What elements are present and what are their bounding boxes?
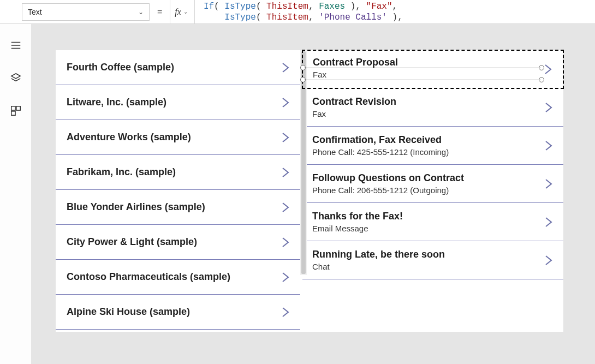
app-canvas: Fourth Coffee (sample)Litware, Inc. (sam… <box>56 50 563 332</box>
chevron-right-icon[interactable] <box>544 216 554 229</box>
chevron-right-icon[interactable] <box>281 96 290 109</box>
components-icon[interactable] <box>10 105 22 117</box>
chevron-right-icon[interactable] <box>544 139 554 152</box>
list-item[interactable]: Confirmation, Fax ReceivedPhone Call: 42… <box>302 127 563 165</box>
svg-marker-3 <box>11 74 20 79</box>
item-title: Followup Questions on Contract <box>312 171 544 184</box>
list-item-title: Fourth Coffee (sample) <box>67 62 174 73</box>
list-item[interactable]: City Power & Light (sample) <box>56 225 300 260</box>
canvas-area[interactable]: Fourth Coffee (sample)Litware, Inc. (sam… <box>32 24 595 364</box>
list-item-title: Contoso Pharmaceuticals (sample) <box>67 271 230 283</box>
list-item-title: Fabrikam, Inc. (sample) <box>67 166 176 178</box>
chevron-right-icon[interactable] <box>544 177 554 190</box>
list-item[interactable]: Contoso Pharmaceuticals (sample) <box>56 260 300 295</box>
list-item[interactable]: Running Late, be there soonChat <box>302 241 563 279</box>
item-subtitle: Phone Call: 425-555-1212 (Incoming) <box>312 146 544 158</box>
left-rail <box>0 24 32 364</box>
list-item-title: Alpine Ski House (sample) <box>67 306 190 318</box>
chevron-right-icon[interactable] <box>281 166 290 179</box>
list-item[interactable]: Followup Questions on ContractPhone Call… <box>302 165 563 203</box>
hamburger-icon[interactable] <box>10 39 22 51</box>
main-area: Fourth Coffee (sample)Litware, Inc. (sam… <box>0 24 595 364</box>
item-title: Thanks for the Fax! <box>312 210 544 223</box>
list-item-title: Blue Yonder Airlines (sample) <box>67 201 205 213</box>
chevron-right-icon[interactable] <box>281 236 290 249</box>
selection-line <box>304 80 541 80</box>
list-item[interactable]: Fabrikam, Inc. (sample) <box>56 155 300 190</box>
svg-rect-5 <box>16 106 20 110</box>
item-subtitle: Phone Call: 206-555-1212 (Outgoing) <box>312 184 544 196</box>
fx-icon: fx <box>175 7 181 17</box>
formula-editor[interactable]: If( IsType( ThisItem, Faxes ), "Fax", Is… <box>195 1 403 23</box>
chevron-right-icon[interactable] <box>281 61 290 74</box>
list-item[interactable]: Blue Yonder Airlines (sample) <box>56 190 300 225</box>
chevron-right-icon[interactable] <box>543 63 553 76</box>
activities-gallery: Contract ProposalFaxContract RevisionFax… <box>302 50 563 332</box>
list-item[interactable]: Fourth Coffee (sample) <box>56 50 300 85</box>
chevron-right-icon[interactable] <box>544 101 554 114</box>
property-value: Text <box>28 8 42 16</box>
svg-rect-4 <box>11 106 15 110</box>
list-item[interactable]: Adventure Works (sample) <box>56 120 300 155</box>
item-title: Contract Proposal <box>313 56 543 69</box>
chevron-right-icon[interactable] <box>544 254 554 267</box>
list-item-title: Adventure Works (sample) <box>67 132 191 143</box>
svg-rect-6 <box>11 111 15 115</box>
list-item[interactable]: Contract RevisionFax <box>302 88 563 127</box>
chevron-right-icon[interactable] <box>281 306 290 319</box>
item-subtitle: Chat <box>312 261 544 273</box>
list-item-title: Litware, Inc. (sample) <box>67 97 166 108</box>
item-title: Contract Revision <box>312 95 544 108</box>
chevron-down-icon: ⌄ <box>138 8 144 16</box>
item-subtitle: Fax <box>313 69 543 81</box>
property-dropdown[interactable]: Text ⌄ <box>22 3 150 21</box>
item-subtitle: Fax <box>312 108 544 120</box>
equals-sign: = <box>157 7 162 17</box>
list-item-selected[interactable]: Contract ProposalFax <box>302 50 564 89</box>
formula-bar: Text ⌄ = fx ⌄ If( IsType( ThisItem, Faxe… <box>0 0 595 24</box>
fx-button[interactable]: fx ⌄ <box>170 0 195 23</box>
accounts-gallery: Fourth Coffee (sample)Litware, Inc. (sam… <box>56 50 300 332</box>
chevron-right-icon[interactable] <box>281 131 290 144</box>
list-item[interactable]: Alpine Ski House (sample) <box>56 295 300 330</box>
item-title: Running Late, be there soon <box>312 248 544 261</box>
list-item-title: City Power & Light (sample) <box>67 236 197 248</box>
layers-icon[interactable] <box>10 72 22 84</box>
item-subtitle: Email Message <box>312 223 544 235</box>
chevron-right-icon[interactable] <box>281 271 290 284</box>
chevron-down-icon: ⌄ <box>183 9 188 15</box>
list-item[interactable]: Thanks for the Fax!Email Message <box>302 203 563 241</box>
selection-line <box>304 68 541 68</box>
chevron-right-icon[interactable] <box>281 201 290 214</box>
item-title: Confirmation, Fax Received <box>312 133 544 146</box>
list-item[interactable]: Litware, Inc. (sample) <box>56 85 300 120</box>
